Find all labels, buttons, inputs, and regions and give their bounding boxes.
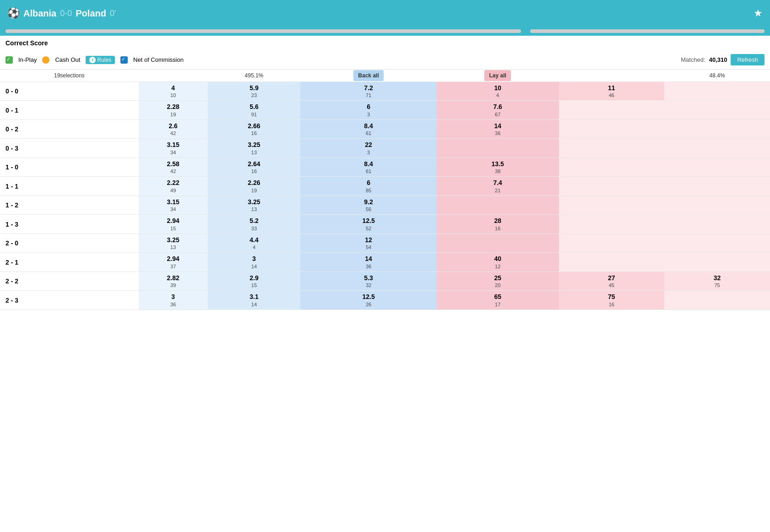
odds-size: 10 bbox=[170, 92, 176, 98]
odds-cell[interactable]: 32 75 bbox=[664, 271, 770, 290]
table-row: 0 - 3 3.15 34 3.25 13 22 3 bbox=[0, 139, 770, 157]
odds-price: 2.94 bbox=[167, 255, 179, 263]
odds-price: 11 bbox=[608, 84, 615, 92]
odds-cell[interactable]: 14 36 bbox=[300, 253, 437, 271]
refresh-button[interactable]: Refresh bbox=[731, 54, 765, 65]
odds-price: 32 bbox=[714, 274, 721, 282]
table-row: 2 - 0 3.25 13 4.4 4 12 54 bbox=[0, 233, 770, 252]
odds-size: 16 bbox=[609, 301, 614, 308]
odds-cell[interactable]: 12.5 52 bbox=[300, 215, 437, 233]
odds-cell[interactable]: 12.5 26 bbox=[300, 291, 437, 309]
odds-cell[interactable]: 3.25 13 bbox=[208, 139, 301, 157]
inplay-checkbox[interactable] bbox=[5, 56, 13, 64]
odds-cell[interactable]: 2.58 42 bbox=[139, 157, 208, 176]
odds-cell[interactable]: 3.15 34 bbox=[139, 139, 208, 157]
odds-cell[interactable]: 3.15 34 bbox=[139, 195, 208, 214]
noc-checkbox[interactable] bbox=[120, 56, 128, 64]
scrollbar-right[interactable] bbox=[530, 29, 765, 33]
odds-cell[interactable]: 3 36 bbox=[139, 291, 208, 309]
odds-size: 34 bbox=[170, 149, 176, 156]
controls-right: Matched: 40,310 Refresh bbox=[681, 54, 765, 65]
odds-size: 19 bbox=[251, 187, 257, 194]
odds-price: 2.66 bbox=[248, 122, 260, 130]
odds-price: 12.5 bbox=[362, 217, 374, 225]
percent-col bbox=[139, 70, 208, 82]
right-pct: 48.4% bbox=[664, 70, 770, 82]
match-minute: 0' bbox=[110, 9, 116, 18]
odds-cell[interactable]: 7.4 21 bbox=[437, 177, 559, 195]
odds-price: 14 bbox=[365, 255, 372, 263]
odds-size: 13 bbox=[251, 149, 257, 156]
odds-cell[interactable]: 22 3 bbox=[300, 139, 437, 157]
odds-cell[interactable]: 5.6 91 bbox=[208, 101, 301, 119]
odds-cell[interactable]: 2.82 39 bbox=[139, 271, 208, 290]
odds-cell[interactable]: 3.25 13 bbox=[208, 195, 301, 214]
odds-cell[interactable]: 5.3 32 bbox=[300, 271, 437, 290]
odds-size: 14 bbox=[251, 263, 257, 270]
odds-cell[interactable]: 2.64 16 bbox=[208, 157, 301, 176]
scrollbar-left[interactable] bbox=[5, 29, 521, 33]
odds-cell[interactable]: 8.4 61 bbox=[300, 119, 437, 138]
odds-cell[interactable]: 6 85 bbox=[300, 177, 437, 195]
odds-cell[interactable]: 5.9 23 bbox=[208, 82, 301, 101]
odds-size: 3 bbox=[367, 149, 370, 156]
odds-cell[interactable]: 13.5 38 bbox=[437, 157, 559, 176]
odds-cell[interactable]: 5.2 33 bbox=[208, 215, 301, 233]
odds-cell[interactable]: 14 36 bbox=[437, 119, 559, 138]
odds-size: 17 bbox=[495, 301, 500, 308]
odds-cell[interactable]: 12 54 bbox=[300, 233, 437, 252]
odds-cell[interactable]: 65 17 bbox=[437, 291, 559, 309]
selection-name: 2 - 2 bbox=[0, 271, 139, 290]
odds-cell[interactable]: 75 16 bbox=[559, 291, 665, 309]
odds-price: 28 bbox=[494, 217, 501, 225]
lay-all-header[interactable]: Lay all bbox=[437, 70, 559, 82]
back-all-header[interactable]: Back all bbox=[300, 70, 437, 82]
odds-cell[interactable]: 3.1 14 bbox=[208, 291, 301, 309]
odds-cell[interactable]: 2.66 16 bbox=[208, 119, 301, 138]
favourite-star[interactable]: ★ bbox=[754, 7, 763, 19]
odds-size: 71 bbox=[366, 92, 371, 98]
empty-odds-cell bbox=[559, 157, 665, 176]
odds-cell[interactable]: 8.4 61 bbox=[300, 157, 437, 176]
odds-cell[interactable]: 27 45 bbox=[559, 271, 665, 290]
odds-price: 8.4 bbox=[364, 122, 373, 130]
odds-cell[interactable]: 6 3 bbox=[300, 101, 437, 119]
rules-label: Rules bbox=[97, 57, 111, 63]
odds-size: 16 bbox=[251, 130, 257, 136]
odds-cell[interactable]: 28 16 bbox=[437, 215, 559, 233]
odds-price: 75 bbox=[608, 293, 615, 301]
odds-cell[interactable]: 4.4 4 bbox=[208, 233, 301, 252]
odds-cell[interactable]: 3 14 bbox=[208, 253, 301, 271]
rules-button[interactable]: i Rules bbox=[86, 56, 115, 64]
odds-cell[interactable]: 2.22 49 bbox=[139, 177, 208, 195]
odds-cell[interactable]: 10 4 bbox=[437, 82, 559, 101]
odds-cell[interactable]: 9.2 56 bbox=[300, 195, 437, 214]
selection-name: 0 - 0 bbox=[0, 82, 139, 101]
empty-odds-cell bbox=[664, 139, 770, 157]
odds-size: 49 bbox=[170, 187, 176, 194]
empty-odds-cell bbox=[664, 291, 770, 309]
odds-cell[interactable]: 2.9 15 bbox=[208, 271, 301, 290]
match-title: ⚽ Albania 0-0 Poland 0' bbox=[7, 7, 116, 19]
soccer-ball-icon: ⚽ bbox=[7, 7, 20, 19]
odds-cell[interactable]: 2.6 42 bbox=[139, 119, 208, 138]
odds-size: 34 bbox=[170, 206, 176, 212]
odds-size: 4 bbox=[253, 244, 255, 250]
odds-cell[interactable]: 7.6 67 bbox=[437, 101, 559, 119]
table-row: 1 - 1 2.22 49 2.26 19 6 85 7.4 21 bbox=[0, 177, 770, 195]
selection-name: 0 - 2 bbox=[0, 119, 139, 138]
odds-size: 38 bbox=[495, 168, 500, 174]
odds-price: 22 bbox=[365, 141, 372, 149]
odds-cell[interactable]: 2.26 19 bbox=[208, 177, 301, 195]
odds-cell[interactable]: 4 10 bbox=[139, 82, 208, 101]
odds-cell[interactable]: 3.25 13 bbox=[139, 233, 208, 252]
odds-cell[interactable]: 11 46 bbox=[559, 82, 665, 101]
odds-cell[interactable]: 2.94 37 bbox=[139, 253, 208, 271]
odds-cell[interactable]: 25 20 bbox=[437, 271, 559, 290]
odds-cell[interactable]: 2.28 19 bbox=[139, 101, 208, 119]
odds-cell[interactable]: 2.94 15 bbox=[139, 215, 208, 233]
odds-price: 7.2 bbox=[364, 84, 373, 92]
odds-cell[interactable]: 40 12 bbox=[437, 253, 559, 271]
selection-name: 1 - 0 bbox=[0, 157, 139, 176]
odds-cell[interactable]: 7.2 71 bbox=[300, 82, 437, 101]
